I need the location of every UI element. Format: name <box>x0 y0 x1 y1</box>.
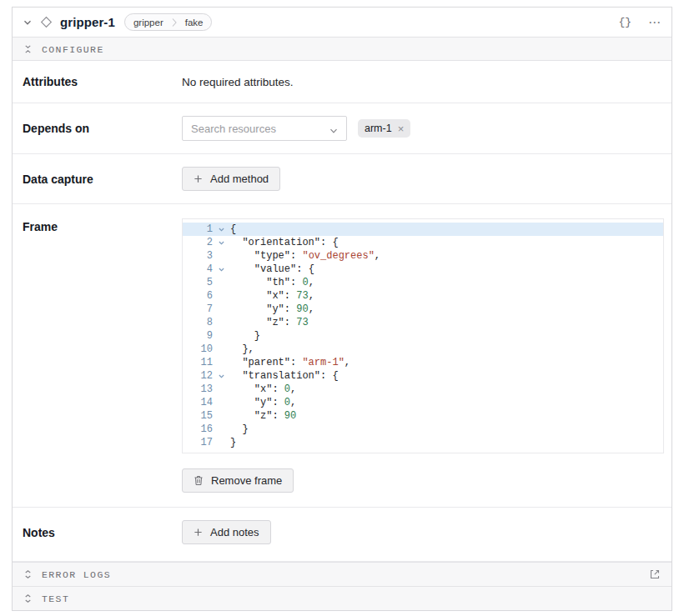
notes-label: Notes <box>23 526 182 539</box>
select-chevron-down-icon <box>329 124 339 139</box>
editor-line-15[interactable]: 15 "z": 90 <box>183 409 663 423</box>
code-text: "value": { <box>230 263 663 276</box>
editor-line-17[interactable]: 17} <box>183 436 663 449</box>
data-capture-row: Data capture Add method <box>13 154 671 204</box>
code-text: "th": 0, <box>230 276 663 289</box>
fold-gutter-spacer <box>213 343 230 356</box>
fold-chevron-icon[interactable] <box>213 263 230 276</box>
resource-card: gripper-1 gripper fake {} ⋯ CONFIGURE At… <box>12 7 672 611</box>
editor-line-4[interactable]: 4 "value": { <box>183 263 663 276</box>
fold-gutter-spacer <box>213 303 230 316</box>
editor-line-9[interactable]: 9 } <box>183 329 663 343</box>
remove-frame-button[interactable]: Remove frame <box>182 468 294 493</box>
test-section-label: TEST <box>42 593 69 604</box>
remove-frame-button-label: Remove frame <box>211 474 282 487</box>
line-number: 17 <box>183 436 213 449</box>
code-text: "x": 73, <box>230 289 663 303</box>
code-text: "type": "ov_degrees", <box>230 249 663 263</box>
editor-line-10[interactable]: 10 }, <box>183 343 663 356</box>
line-number: 2 <box>183 236 213 249</box>
code-text: } <box>230 423 663 436</box>
fold-chevron-icon[interactable] <box>213 236 230 249</box>
code-text: "parent": "arm-1", <box>230 356 663 369</box>
line-number: 16 <box>183 423 213 436</box>
gripper-component-icon <box>40 16 53 28</box>
editor-line-16[interactable]: 16 } <box>183 423 663 436</box>
editor-line-5[interactable]: 5 "th": 0, <box>183 276 663 289</box>
fold-gutter-spacer <box>213 356 230 369</box>
code-text: "z": 73 <box>230 316 663 329</box>
editor-line-11[interactable]: 11 "parent": "arm-1", <box>183 356 663 369</box>
open-logs-external-link-icon[interactable] <box>649 568 661 580</box>
code-text: "orientation": { <box>230 236 663 249</box>
dependency-chip-label: arm-1 <box>365 123 392 134</box>
test-section-header[interactable]: TEST <box>13 586 671 610</box>
depends-search-input[interactable]: Search resources <box>182 116 347 141</box>
line-number: 7 <box>183 303 213 316</box>
line-number: 10 <box>183 343 213 356</box>
line-number: 11 <box>183 356 213 369</box>
fold-gutter-spacer <box>213 249 230 263</box>
code-text: "z": 90 <box>230 409 663 423</box>
line-number: 13 <box>183 383 213 396</box>
editor-line-3[interactable]: 3 "type": "ov_degrees", <box>183 249 663 263</box>
configure-section-header[interactable]: CONFIGURE <box>13 37 671 61</box>
editor-line-8[interactable]: 8 "z": 73 <box>183 316 663 329</box>
code-text: "x": 0, <box>230 383 663 396</box>
editor-line-6[interactable]: 6 "x": 73, <box>183 289 663 303</box>
add-method-button-label: Add method <box>210 173 269 185</box>
resource-card-header: gripper-1 gripper fake {} ⋯ <box>13 8 671 37</box>
add-notes-button[interactable]: Add notes <box>182 520 271 544</box>
code-text: "y": 0, <box>230 396 663 409</box>
configure-section-label: CONFIGURE <box>42 44 104 55</box>
fold-chevron-icon[interactable] <box>213 223 230 236</box>
code-text: "y": 90, <box>230 303 663 316</box>
editor-line-13[interactable]: 13 "x": 0, <box>183 383 663 396</box>
frame-editor[interactable]: 1{2 "orientation": {3 "type": "ov_degree… <box>182 218 664 453</box>
code-text: "translation": { <box>230 369 663 383</box>
fold-gutter-spacer <box>213 396 230 409</box>
remove-dependency-icon[interactable]: × <box>398 123 405 134</box>
fold-chevron-icon[interactable] <box>213 369 230 383</box>
fold-gutter-spacer <box>213 423 230 436</box>
attributes-message: No required attributes. <box>182 75 294 88</box>
add-method-button[interactable]: Add method <box>182 167 280 191</box>
line-number: 4 <box>183 263 213 276</box>
trash-icon <box>194 475 204 486</box>
editor-line-14[interactable]: 14 "y": 0, <box>183 396 663 409</box>
fold-gutter-spacer <box>213 409 230 423</box>
depends-search-placeholder: Search resources <box>191 123 276 135</box>
code-text: { <box>230 223 663 236</box>
editor-line-12[interactable]: 12 "translation": { <box>183 369 663 383</box>
fold-gutter-spacer <box>213 383 230 396</box>
expand-vertical-icon <box>23 569 33 579</box>
editor-line-1[interactable]: 1{ <box>183 223 663 236</box>
line-number: 6 <box>183 289 213 303</box>
dependency-chip-arm-1[interactable]: arm-1 × <box>358 119 410 138</box>
resource-title: gripper-1 <box>60 15 115 29</box>
more-menu-icon[interactable]: ⋯ <box>648 15 661 30</box>
fold-gutter-spacer <box>213 276 230 289</box>
line-number: 9 <box>183 329 213 343</box>
code-text: }, <box>230 343 663 356</box>
code-text: } <box>230 436 663 449</box>
line-number: 3 <box>183 249 213 263</box>
view-json-icon[interactable]: {} <box>618 16 631 28</box>
line-number: 12 <box>183 369 213 383</box>
error-logs-section-header[interactable]: ERROR LOGS <box>13 562 671 586</box>
line-number: 5 <box>183 276 213 289</box>
collapse-card-chevron-icon[interactable] <box>23 18 33 28</box>
collapse-vertical-icon <box>23 44 33 54</box>
code-text: } <box>230 329 663 343</box>
line-number: 8 <box>183 316 213 329</box>
data-capture-label: Data capture <box>23 173 182 186</box>
fold-gutter-spacer <box>213 316 230 329</box>
plus-icon <box>194 174 203 183</box>
badge-separator-chevron-icon <box>171 18 178 28</box>
editor-line-7[interactable]: 7 "y": 90, <box>183 303 663 316</box>
resource-type-badge: gripper fake <box>124 13 213 31</box>
editor-line-2[interactable]: 2 "orientation": { <box>183 236 663 249</box>
add-notes-button-label: Add notes <box>210 526 259 538</box>
notes-row: Notes Add notes <box>13 508 671 562</box>
expand-vertical-icon <box>23 593 33 603</box>
